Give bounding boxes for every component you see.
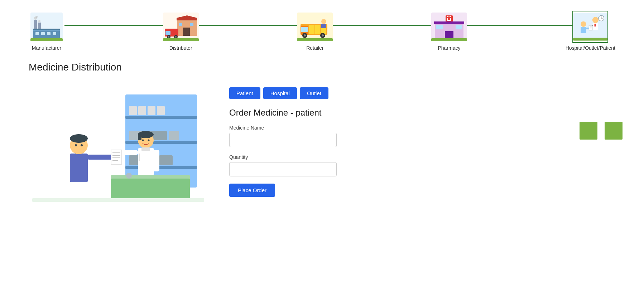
svg-point-97 [148, 140, 150, 141]
svg-point-56 [592, 17, 599, 23]
svg-rect-53 [456, 25, 462, 29]
svg-rect-17 [183, 28, 190, 36]
svg-point-106 [81, 144, 83, 146]
chain-node-hospital[interactable]: Hospital/Outlet/Patient [566, 11, 615, 51]
manufacturer-icon-wrap [29, 11, 64, 43]
green-square-2 [605, 122, 623, 140]
svg-rect-91 [111, 179, 190, 200]
svg-rect-74 [125, 166, 197, 169]
svg-rect-95 [138, 135, 141, 140]
quantity-label: Quantity [229, 154, 615, 160]
svg-point-62 [581, 21, 586, 27]
green-squares-container [580, 122, 623, 140]
pharmacy-illustration [29, 87, 208, 202]
svg-rect-77 [148, 106, 155, 115]
svg-point-96 [142, 140, 144, 141]
chain-node-retailer[interactable]: Retailer [297, 11, 333, 51]
svg-rect-13 [30, 38, 63, 41]
place-order-button[interactable]: Place Order [229, 184, 275, 197]
svg-rect-73 [125, 141, 197, 144]
medicine-name-input[interactable] [229, 133, 337, 147]
green-square-1 [580, 122, 597, 140]
svg-rect-72 [125, 116, 197, 119]
svg-rect-54 [431, 38, 467, 41]
pharmacy-scene-svg [32, 87, 204, 202]
svg-rect-75 [129, 106, 137, 115]
svg-rect-101 [153, 150, 159, 171]
svg-point-5 [38, 20, 40, 22]
order-form-area: Patient Hospital Outlet Order Medicine -… [229, 87, 615, 197]
manufacturer-icon [30, 13, 63, 41]
svg-rect-18 [179, 23, 182, 26]
patient-tab[interactable]: Patient [229, 87, 260, 99]
svg-point-4 [35, 16, 38, 18]
chain-node-pharmacy[interactable]: Pharmacy [431, 11, 467, 51]
svg-rect-69 [573, 38, 607, 41]
svg-point-40 [322, 34, 324, 37]
svg-rect-11 [53, 32, 56, 35]
svg-rect-22 [165, 31, 170, 35]
svg-rect-92 [138, 148, 154, 175]
quantity-input[interactable] [229, 162, 337, 176]
svg-point-24 [168, 36, 169, 38]
supply-chain-timeline: Manufacturer [0, 4, 644, 54]
distributor-label: Distributor [169, 45, 192, 51]
medicine-name-label: Medicine Name [229, 125, 615, 131]
hospital-icon-wrap [572, 11, 608, 43]
svg-rect-52 [436, 25, 443, 29]
svg-rect-58 [595, 24, 596, 26]
svg-rect-12 [33, 29, 60, 30]
svg-rect-78 [157, 106, 165, 115]
chain-node-manufacturer[interactable]: Manufacturer [29, 11, 64, 51]
tabs-container: Patient Hospital Outlet [229, 87, 615, 99]
svg-rect-102 [70, 154, 88, 182]
retailer-label: Retailer [306, 45, 323, 51]
svg-rect-50 [436, 21, 463, 24]
outlet-tab[interactable]: Outlet [300, 87, 328, 99]
svg-rect-63 [581, 27, 586, 33]
svg-rect-49 [448, 18, 450, 20]
distributor-icon [163, 13, 199, 41]
distributor-icon-wrap [163, 11, 199, 43]
svg-rect-84 [159, 155, 173, 165]
svg-rect-100 [122, 150, 138, 155]
svg-rect-27 [163, 38, 199, 41]
svg-rect-108 [111, 150, 122, 164]
svg-rect-51 [445, 31, 453, 39]
svg-rect-10 [47, 32, 51, 35]
pharmacy-icon [431, 13, 467, 41]
svg-rect-99 [139, 154, 140, 161]
page-title: Medicine Distribution [29, 62, 644, 73]
retailer-icon-wrap [297, 11, 333, 43]
order-form-title: Order Medicine - patient [229, 108, 615, 118]
medicine-name-group: Medicine Name [229, 125, 615, 147]
svg-rect-31 [301, 27, 308, 32]
svg-rect-76 [138, 106, 146, 115]
svg-point-26 [175, 36, 177, 38]
hospital-label: Hospital/Outlet/Patient [566, 45, 615, 51]
svg-rect-48 [447, 17, 451, 18]
quantity-group: Quantity [229, 154, 615, 176]
svg-rect-36 [321, 24, 326, 28]
pharmacy-label: Pharmacy [438, 45, 461, 51]
main-content: Patient Hospital Outlet Order Medicine -… [0, 87, 644, 202]
pharmacy-icon-wrap [431, 11, 467, 43]
svg-point-105 [75, 144, 77, 146]
svg-point-104 [70, 134, 88, 143]
retailer-icon [297, 13, 333, 41]
svg-point-35 [321, 19, 326, 24]
hospital-icon [573, 13, 607, 41]
svg-rect-9 [41, 32, 45, 35]
svg-rect-98 [141, 147, 150, 151]
svg-rect-41 [297, 38, 333, 41]
svg-rect-81 [169, 131, 179, 140]
svg-rect-114 [32, 198, 204, 202]
manufacturer-label: Manufacturer [32, 45, 61, 51]
svg-point-38 [304, 34, 306, 37]
hospital-tab[interactable]: Hospital [263, 87, 297, 99]
svg-rect-8 [35, 32, 39, 35]
chain-node-distributor[interactable]: Distributor [163, 11, 199, 51]
svg-rect-19 [190, 23, 193, 26]
svg-point-113 [126, 173, 132, 179]
